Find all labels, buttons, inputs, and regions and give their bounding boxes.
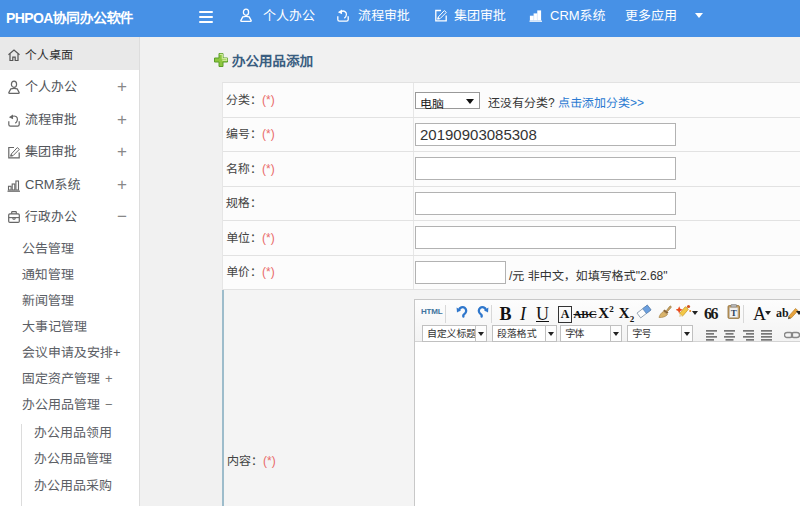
- svg-text:T: T: [730, 308, 736, 318]
- svg-text:ab: ab: [776, 306, 789, 320]
